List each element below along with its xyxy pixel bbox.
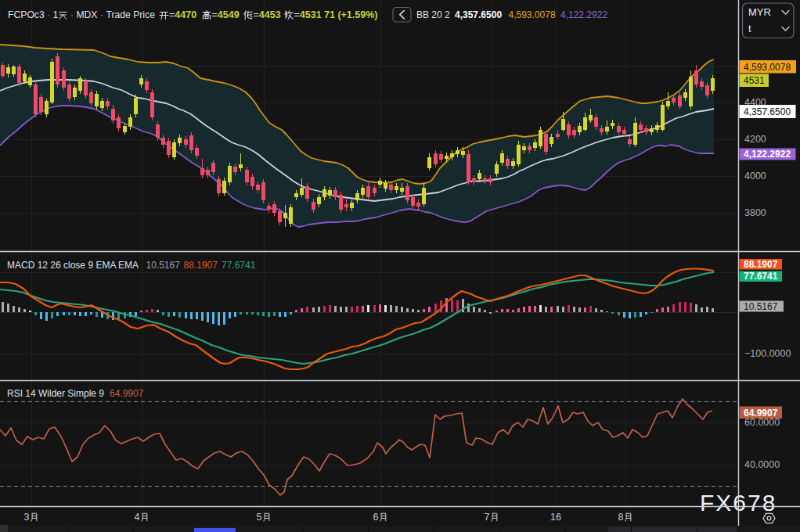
- svg-text:1: 1: [53, 9, 59, 20]
- svg-text:BB 20 2: BB 20 2: [416, 9, 450, 20]
- svg-text:4,357.6500: 4,357.6500: [744, 106, 791, 117]
- svg-text:4470: 4470: [175, 9, 196, 20]
- svg-text:=: =: [294, 9, 300, 20]
- svg-text:·: ·: [98, 9, 106, 20]
- svg-text:=: =: [212, 9, 218, 20]
- svg-text:MYR: MYR: [748, 6, 771, 18]
- svg-text:t: t: [748, 23, 751, 34]
- svg-text:4,357.6500: 4,357.6500: [455, 9, 502, 20]
- svg-text:4,122.2922: 4,122.2922: [560, 9, 607, 20]
- svg-text:MACD 12 26 close 9 EMA EMA: MACD 12 26 close 9 EMA EMA: [7, 260, 139, 271]
- svg-text:77.6741: 77.6741: [744, 271, 778, 282]
- svg-text:88.1907: 88.1907: [184, 260, 218, 271]
- svg-text:4,593.0078: 4,593.0078: [744, 62, 791, 73]
- svg-text:MDX: MDX: [76, 9, 97, 20]
- svg-text:=: =: [254, 9, 259, 20]
- svg-text:40.0000: 40.0000: [744, 459, 780, 470]
- svg-text:8: 8: [618, 512, 623, 523]
- svg-text:·: ·: [45, 9, 53, 20]
- svg-text:4531: 4531: [300, 9, 322, 20]
- svg-text:64.9907: 64.9907: [110, 388, 144, 399]
- svg-text:77.6741: 77.6741: [222, 260, 256, 271]
- svg-text:4200: 4200: [744, 134, 766, 145]
- svg-text:−100.0000: −100.0000: [744, 348, 791, 359]
- svg-text:4,593.0078: 4,593.0078: [509, 9, 556, 20]
- svg-text:4549: 4549: [218, 9, 240, 20]
- svg-text:71 (+1.59%): 71 (+1.59%): [324, 9, 377, 20]
- svg-text:4000: 4000: [744, 171, 766, 182]
- svg-text:10.5167: 10.5167: [744, 301, 778, 312]
- svg-text:64.9907: 64.9907: [744, 408, 778, 419]
- svg-text:4531: 4531: [744, 75, 765, 86]
- svg-text:7: 7: [484, 512, 489, 523]
- svg-text:16: 16: [550, 512, 561, 523]
- svg-text:·: ·: [68, 9, 77, 20]
- svg-text:10.5167: 10.5167: [146, 260, 181, 271]
- svg-text:4453: 4453: [259, 9, 281, 20]
- svg-text:6: 6: [373, 512, 378, 523]
- svg-text:3: 3: [23, 512, 29, 523]
- svg-text:4: 4: [134, 512, 139, 523]
- svg-text:=: =: [169, 9, 175, 20]
- svg-text:5: 5: [256, 512, 261, 523]
- svg-text:88.1907: 88.1907: [744, 259, 778, 270]
- svg-text:Trade Price: Trade Price: [106, 9, 155, 20]
- svg-text:4,122.2922: 4,122.2922: [744, 149, 791, 160]
- svg-text:3800: 3800: [744, 207, 766, 218]
- svg-text:RSI 14 Wilder Simple 9: RSI 14 Wilder Simple 9: [7, 388, 104, 399]
- svg-text:60.0000: 60.0000: [744, 417, 780, 428]
- svg-text:FCPOc3: FCPOc3: [8, 9, 45, 20]
